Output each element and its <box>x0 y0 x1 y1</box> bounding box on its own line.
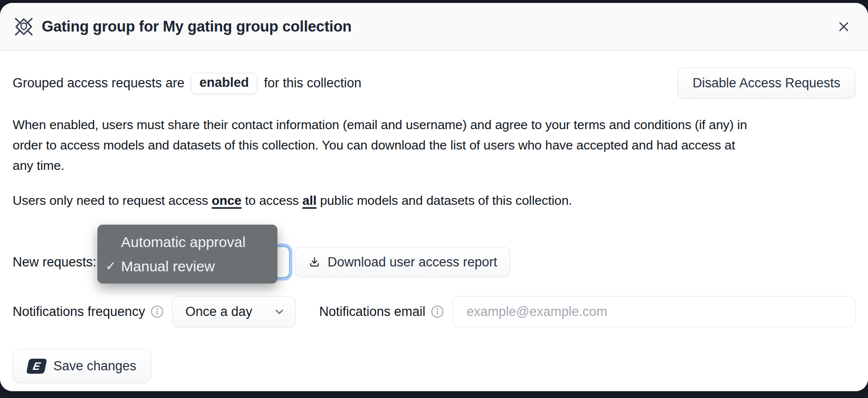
save-changes-button[interactable]: E Save changes <box>13 349 151 383</box>
note-part3: public models and datasets of this colle… <box>317 193 572 208</box>
new-requests-label: New requests: <box>13 255 96 270</box>
dropdown-option-automatic-approval[interactable]: Automatic approval <box>98 231 277 253</box>
download-user-access-report-button[interactable]: Download user access report <box>295 247 511 277</box>
note-bold-once: once <box>212 193 241 208</box>
modal-header: Gating group for My gating group collect… <box>0 3 868 50</box>
disable-access-requests-button[interactable]: Disable Access Requests <box>677 67 855 99</box>
notifications-frequency-label: Notifications frequency <box>13 304 145 319</box>
note-part2: to access <box>241 193 303 208</box>
info-icon[interactable] <box>150 304 164 319</box>
status-row: Grouped access requests are enabled for … <box>13 67 855 99</box>
gated-shield-icon <box>14 17 34 37</box>
new-requests-dropdown-menu: Automatic approval ✓ Manual review <box>97 225 277 283</box>
download-button-label: Download user access report <box>328 255 498 270</box>
dropdown-option-manual-review[interactable]: ✓ Manual review <box>98 255 277 278</box>
status-text-before: Grouped access requests are <box>13 76 184 91</box>
note-bold-all: all <box>303 193 317 208</box>
chevron-down-icon <box>273 305 286 318</box>
status-text-after: for this collection <box>264 76 361 91</box>
save-button-label: Save changes <box>53 359 136 374</box>
notifications-frequency-select[interactable]: Once a day <box>172 296 296 327</box>
close-icon <box>837 20 851 33</box>
frequency-selected-value: Once a day <box>185 304 252 319</box>
enterprise-badge-letter: E <box>32 361 41 371</box>
checkmark-icon: ✓ <box>106 259 121 274</box>
notifications-email-label: Notifications email <box>319 304 425 319</box>
dropdown-option-label: Manual review <box>121 258 215 275</box>
download-icon <box>308 256 321 269</box>
note-part1: Users only need to request access <box>13 193 212 208</box>
enterprise-badge-icon: E <box>26 359 47 374</box>
notifications-email-input[interactable] <box>452 296 855 327</box>
notifications-row: Notifications frequency Once a day Notif… <box>13 296 855 327</box>
modal-body: Grouped access requests are enabled for … <box>0 50 868 391</box>
save-row: E Save changes <box>13 349 855 383</box>
new-requests-row: New requests: Automatic approval ✓ Manua… <box>13 246 855 278</box>
info-icon[interactable] <box>430 304 445 319</box>
close-button[interactable] <box>833 16 854 37</box>
status-text: Grouped access requests are enabled for … <box>13 73 361 94</box>
dropdown-option-label: Automatic approval <box>121 234 246 250</box>
description-paragraph: When enabled, users must share their con… <box>13 115 752 176</box>
gating-group-modal: Gating group for My gating group collect… <box>0 3 868 391</box>
note-line: Users only need to request access once t… <box>13 193 855 208</box>
modal-title: Gating group for My gating group collect… <box>42 18 352 35</box>
status-badge: enabled <box>191 73 257 94</box>
new-requests-select-wrap: Automatic approval ✓ Manual review <box>103 246 290 278</box>
